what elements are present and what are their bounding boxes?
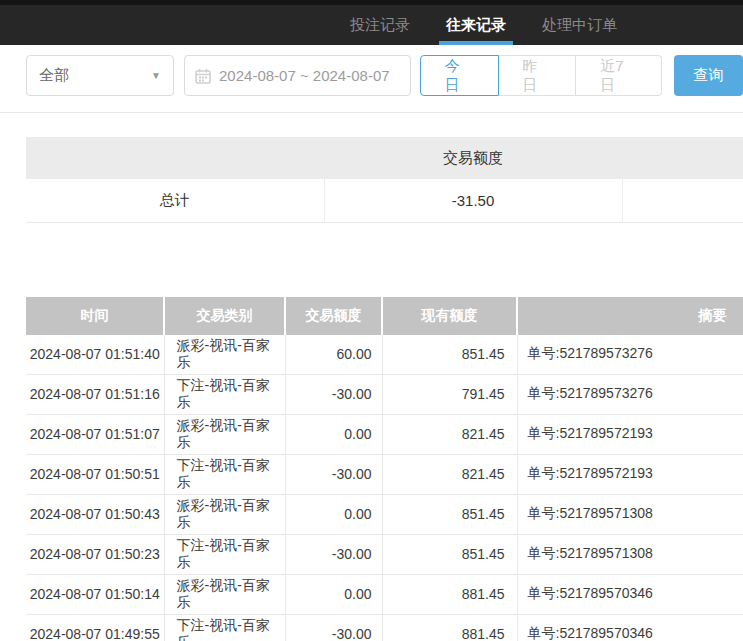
date-range-input[interactable]: 2024-08-07 ~ 2024-08-07 — [184, 55, 411, 96]
cell-summary: 单号:521789570346 — [517, 574, 743, 614]
cell-balance: 851.45 — [382, 494, 517, 534]
cell-balance: 881.45 — [382, 614, 517, 641]
header-summary: 摘要 — [517, 297, 743, 335]
top-navigation-bar: 投注记录 往来记录 处理中订单 — [0, 0, 743, 45]
cell-amount: 0.00 — [285, 574, 382, 614]
date-range-value: 2024-08-07 ~ 2024-08-07 — [219, 67, 390, 84]
cell-summary: 单号:521789570346 — [517, 614, 743, 641]
cell-summary: 单号:521789571308 — [517, 534, 743, 574]
chevron-down-icon: ▼ — [151, 70, 161, 81]
category-select-value: 全部 — [39, 66, 69, 85]
cell-time: 2024-08-07 01:51:07 — [26, 414, 164, 454]
quick-date-buttons: 今日 昨日 近7日 — [420, 55, 662, 96]
cell-type: 派彩-视讯-百家乐 — [164, 414, 285, 454]
tab-transaction-records[interactable]: 往来记录 — [444, 5, 508, 45]
transactions-table: 时间 交易类别 交易额度 现有额度 摘要 2024-08-07 01:51:40… — [26, 297, 743, 641]
cell-type: 派彩-视讯-百家乐 — [164, 335, 285, 375]
cell-time: 2024-08-07 01:49:55 — [26, 614, 164, 641]
tab-processing-orders[interactable]: 处理中订单 — [540, 5, 619, 45]
cell-summary: 单号:521789573276 — [517, 335, 743, 375]
cell-balance: 881.45 — [382, 574, 517, 614]
filter-divider — [0, 112, 743, 113]
record-tabs: 投注记录 往来记录 处理中订单 — [348, 5, 619, 45]
cell-time: 2024-08-07 01:50:14 — [26, 574, 164, 614]
cell-summary: 单号:521789571308 — [517, 494, 743, 534]
cell-summary: 单号:521789572193 — [517, 414, 743, 454]
search-button[interactable]: 查询 — [674, 55, 743, 96]
today-button[interactable]: 今日 — [420, 55, 499, 96]
tab-betting-records[interactable]: 投注记录 — [348, 5, 412, 45]
summary-table: 交易额度 总计 -31.50 — [26, 137, 743, 223]
category-select[interactable]: 全部 ▼ — [26, 55, 174, 96]
transactions-header-row: 时间 交易类别 交易额度 现有额度 摘要 — [26, 297, 743, 335]
cell-type: 下注-视讯-百家乐 — [164, 534, 285, 574]
table-row: 2024-08-07 01:50:51 下注-视讯-百家乐 -30.00 821… — [26, 454, 743, 494]
cell-type: 下注-视讯-百家乐 — [164, 614, 285, 641]
header-balance: 现有额度 — [382, 297, 517, 335]
cell-amount: -30.00 — [285, 614, 382, 641]
cell-time: 2024-08-07 01:50:43 — [26, 494, 164, 534]
table-row: 2024-08-07 01:51:07 派彩-视讯-百家乐 0.00 821.4… — [26, 414, 743, 454]
cell-amount: 0.00 — [285, 494, 382, 534]
cell-amount: -30.00 — [285, 454, 382, 494]
cell-balance: 821.45 — [382, 454, 517, 494]
cell-amount: 60.00 — [285, 335, 382, 375]
cell-amount: 0.00 — [285, 414, 382, 454]
summary-header-row: 交易额度 — [26, 137, 743, 179]
cell-balance: 821.45 — [382, 414, 517, 454]
table-row: 2024-08-07 01:50:14 派彩-视讯-百家乐 0.00 881.4… — [26, 574, 743, 614]
cell-balance: 851.45 — [382, 335, 517, 375]
cell-balance: 791.45 — [382, 374, 517, 414]
cell-type: 派彩-视讯-百家乐 — [164, 494, 285, 534]
header-amount: 交易额度 — [285, 297, 382, 335]
summary-header-amount: 交易额度 — [324, 137, 622, 179]
cell-type: 下注-视讯-百家乐 — [164, 454, 285, 494]
cell-balance: 851.45 — [382, 534, 517, 574]
summary-total-row: 总计 -31.50 — [26, 179, 743, 222]
cell-time: 2024-08-07 01:51:16 — [26, 374, 164, 414]
table-row: 2024-08-07 01:49:55 下注-视讯-百家乐 -30.00 881… — [26, 614, 743, 641]
cell-summary: 单号:521789572193 — [517, 454, 743, 494]
cell-type: 下注-视讯-百家乐 — [164, 374, 285, 414]
last-7-days-button[interactable]: 近7日 — [576, 55, 662, 96]
cell-amount: -30.00 — [285, 534, 382, 574]
table-row: 2024-08-07 01:50:23 下注-视讯-百家乐 -30.00 851… — [26, 534, 743, 574]
table-row: 2024-08-07 01:50:43 派彩-视讯-百家乐 0.00 851.4… — [26, 494, 743, 534]
summary-total-label: 总计 — [26, 179, 324, 222]
summary-total-amount: -31.50 — [324, 179, 622, 222]
transactions-body: 2024-08-07 01:51:40 派彩-视讯-百家乐 60.00 851.… — [26, 335, 743, 641]
cell-time: 2024-08-07 01:50:51 — [26, 454, 164, 494]
cell-time: 2024-08-07 01:50:23 — [26, 534, 164, 574]
table-row: 2024-08-07 01:51:16 下注-视讯-百家乐 -30.00 791… — [26, 374, 743, 414]
yesterday-button[interactable]: 昨日 — [499, 55, 577, 96]
calendar-icon — [195, 68, 211, 84]
header-time: 时间 — [26, 297, 164, 335]
cell-time: 2024-08-07 01:51:40 — [26, 335, 164, 375]
cell-amount: -30.00 — [285, 374, 382, 414]
summary-header-blank — [26, 137, 324, 179]
cell-type: 派彩-视讯-百家乐 — [164, 574, 285, 614]
header-type: 交易类别 — [164, 297, 285, 335]
summary-total-extra — [622, 179, 743, 222]
cell-summary: 单号:521789573276 — [517, 374, 743, 414]
summary-header-extra — [622, 137, 743, 179]
table-row: 2024-08-07 01:51:40 派彩-视讯-百家乐 60.00 851.… — [26, 335, 743, 375]
filter-toolbar: 全部 ▼ 2024-08-07 ~ 2024-08-07 今日 昨日 近7日 查… — [26, 55, 743, 96]
